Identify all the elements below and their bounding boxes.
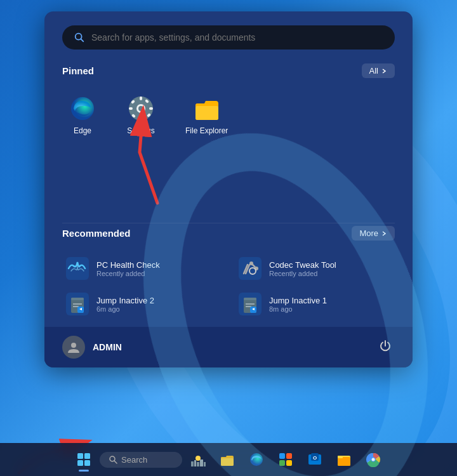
- svg-point-55: [250, 453, 263, 466]
- pinned-grid: Edge: [62, 89, 395, 140]
- all-button[interactable]: All: [362, 63, 395, 78]
- chevron-right-icon-2: [381, 230, 387, 237]
- svg-point-69: [372, 458, 375, 461]
- svg-rect-65: [338, 456, 343, 458]
- power-icon: [378, 339, 392, 353]
- rec-codec-tool[interactable]: Codec Tweak Tool Recently added: [235, 252, 395, 285]
- pc-health-info: PC Health Check Recently added: [96, 260, 160, 277]
- folder-icon: [193, 95, 221, 122]
- svg-line-1: [81, 39, 83, 41]
- svg-rect-41: [77, 453, 83, 459]
- taskbar-edge[interactable]: [243, 446, 270, 473]
- recommended-section: Recommended More: [62, 223, 395, 321]
- rec-jump1[interactable]: Jump Inactive 1 8m ago: [235, 288, 395, 321]
- svg-point-23: [249, 268, 256, 274]
- taskbar-center: Search: [70, 446, 387, 473]
- pinned-header: Pinned All: [62, 63, 395, 78]
- search-icon: [74, 32, 85, 43]
- recommended-header: Recommended More: [62, 226, 395, 241]
- settings-icon: [127, 95, 155, 122]
- taskbar-file-explorer[interactable]: [214, 446, 241, 473]
- recommended-grid: PC Health Check Recently added: [62, 252, 395, 321]
- svg-rect-32: [244, 298, 256, 313]
- search-input[interactable]: [91, 32, 383, 43]
- app-file-explorer[interactable]: File Explorer: [179, 89, 234, 140]
- svg-point-67: [371, 457, 376, 462]
- jump1-info: Jump Inactive 1 8m ago: [269, 296, 327, 313]
- taskbar-files[interactable]: [331, 446, 357, 473]
- svg-rect-36: [250, 307, 256, 313]
- user-avatar: [62, 336, 85, 359]
- svg-rect-57: [286, 453, 292, 459]
- edge-label: Edge: [74, 126, 91, 135]
- svg-rect-43: [77, 460, 83, 466]
- pc-health-sub: Recently added: [96, 270, 160, 277]
- taskbar-outlook[interactable]: O: [301, 446, 328, 473]
- user-bar: ADMIN: [44, 327, 413, 367]
- codec-tool-icon: [239, 257, 262, 280]
- svg-line-19: [246, 265, 249, 274]
- svg-rect-59: [286, 460, 292, 466]
- svg-rect-53: [221, 457, 234, 466]
- svg-point-66: [367, 453, 380, 466]
- taskbar-store[interactable]: [272, 446, 299, 473]
- rec-pc-health[interactable]: PC Health Check Recently added: [62, 252, 222, 285]
- search-bar[interactable]: [62, 25, 395, 50]
- taskbar-search-label: Search: [121, 455, 147, 465]
- user-name: ADMIN: [93, 342, 122, 352]
- pinned-title: Pinned: [62, 65, 94, 76]
- svg-rect-63: [338, 456, 350, 466]
- spacer: [62, 159, 395, 223]
- taskbar-store-icon: [278, 452, 293, 467]
- windows-icon: [77, 453, 91, 466]
- power-button[interactable]: [376, 336, 395, 359]
- svg-rect-17: [239, 257, 262, 280]
- svg-rect-26: [71, 298, 84, 300]
- svg-point-22: [255, 267, 258, 270]
- app-settings[interactable]: Settings: [121, 89, 161, 140]
- svg-point-5: [138, 106, 143, 111]
- svg-rect-9: [149, 107, 153, 110]
- taskbar-edge-icon: [249, 452, 264, 467]
- svg-rect-48: [191, 461, 194, 466]
- edge-icon: [69, 95, 96, 122]
- jump1-name: Jump Inactive 1: [269, 296, 327, 305]
- taskbar-start-button[interactable]: [70, 446, 97, 473]
- codec-name: Codec Tweak Tool: [269, 260, 336, 270]
- recommended-title: Recommended: [62, 228, 131, 239]
- taskbar-files-icon: [336, 452, 352, 467]
- codec-sub: Recently added: [269, 270, 336, 277]
- taskbar-chrome-icon: [366, 452, 381, 467]
- svg-rect-42: [84, 453, 90, 459]
- svg-rect-58: [279, 460, 285, 466]
- svg-point-38: [71, 343, 76, 348]
- taskbar-chrome[interactable]: [360, 446, 387, 473]
- user-info[interactable]: ADMIN: [62, 336, 122, 359]
- svg-rect-8: [129, 107, 133, 110]
- file-explorer-label: File Explorer: [185, 126, 228, 135]
- taskbar: Search: [0, 443, 457, 476]
- desktop: Pinned All: [0, 0, 457, 476]
- more-button[interactable]: More: [352, 226, 395, 241]
- jump1-sub: 8m ago: [269, 305, 327, 313]
- edge-app-icon: [69, 95, 96, 122]
- svg-rect-64: [338, 457, 350, 466]
- svg-rect-49: [194, 460, 196, 466]
- svg-rect-7: [140, 117, 142, 121]
- app-edge[interactable]: Edge: [62, 89, 103, 140]
- taskbar-search[interactable]: Search: [100, 452, 182, 468]
- jump2-name: Jump Inactive 2: [96, 296, 154, 305]
- rec-jump2[interactable]: Jump Inactive 2 6m ago: [62, 288, 222, 321]
- svg-marker-37: [252, 308, 255, 310]
- svg-rect-50: [197, 462, 199, 466]
- taskbar-widgets[interactable]: [185, 446, 211, 473]
- svg-rect-51: [200, 459, 203, 466]
- svg-text:O: O: [313, 455, 317, 461]
- jump2-info: Jump Inactive 2 6m ago: [96, 296, 154, 313]
- svg-rect-15: [195, 106, 218, 120]
- person-icon: [67, 340, 81, 354]
- svg-rect-6: [140, 96, 142, 100]
- svg-line-46: [114, 461, 117, 463]
- svg-rect-54: [221, 458, 234, 466]
- settings-label: Settings: [127, 126, 154, 135]
